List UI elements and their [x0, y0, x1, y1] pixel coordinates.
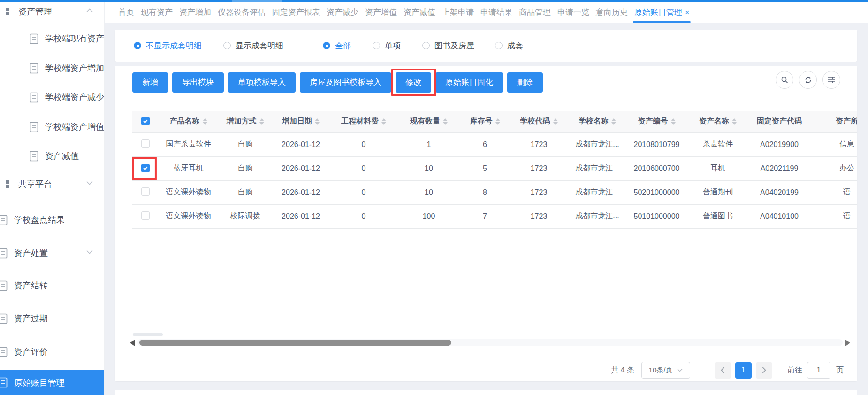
sort-carets-icon[interactable] [732, 118, 737, 125]
tab-original-ledger-management[interactable]: 原始账目管理 × [631, 2, 693, 23]
sort-carets-icon[interactable] [611, 118, 616, 125]
table-row[interactable]: 国产杀毒软件 自购 2026-01-12 0 1 6 1723 成都市龙江...… [132, 132, 857, 156]
cell-asset-name: 耳机 [686, 156, 749, 180]
tab-asset-appreciation[interactable]: 资产增值 [362, 2, 400, 23]
radio-show-set-details[interactable]: 显示成套明细 [223, 40, 283, 51]
sort-carets-icon[interactable] [671, 118, 676, 125]
column-header-current-quantity[interactable]: 现有数量 [398, 111, 460, 132]
column-header-asset-name[interactable]: 资产名称 [686, 111, 749, 132]
sort-carets-icon[interactable] [443, 118, 448, 125]
tab-intention-history[interactable]: 意向历史 [593, 2, 631, 23]
building-book-template-import-button[interactable]: 房屋及图书模板导入 [300, 72, 391, 93]
search-button[interactable] [776, 71, 793, 89]
row-checkbox[interactable] [141, 164, 150, 172]
scroll-right-arrow-icon[interactable] [845, 340, 850, 346]
export-module-button[interactable]: 导出模块 [172, 72, 224, 93]
cell-school-name: 成都市龙江... [568, 204, 627, 228]
column-header-engineering-material-fee[interactable]: 工程材料费 [329, 111, 398, 132]
header-label: 资产名称 [699, 117, 729, 125]
sidebar-group-sharing-platform[interactable]: 共享平台 [0, 177, 104, 191]
tab-home[interactable]: 首页 [115, 2, 137, 23]
tab-fixed-asset-report[interactable]: 固定资产报表 [269, 2, 323, 23]
radio-circle-icon [223, 42, 231, 49]
cell-add-date: 2026-01-12 [272, 180, 329, 204]
cell-stock-number: 7 [460, 204, 510, 228]
sort-carets-icon[interactable] [553, 118, 558, 125]
sidebar-item-asset-impairment[interactable]: 资产减值 [0, 149, 104, 163]
radio-single-item[interactable]: 单项 [373, 40, 401, 51]
tab-asset-impairment[interactable]: 资产减值 [400, 2, 439, 23]
column-header-school-name[interactable]: 学校名称 [568, 111, 627, 132]
sort-carets-icon[interactable] [495, 118, 500, 125]
sort-carets-icon[interactable] [381, 118, 386, 125]
next-page-button[interactable] [756, 362, 772, 379]
scroll-left-arrow-icon[interactable] [130, 340, 135, 346]
cell-asset-name: 普通图书 [686, 204, 749, 228]
tab-asset-decrease[interactable]: 资产减少 [323, 2, 362, 23]
horizontal-scrollbar-thumb[interactable] [139, 340, 451, 346]
sidebar-item-original-ledger-management[interactable]: 原始账目管理 [0, 370, 104, 395]
table-row[interactable]: 蓝牙耳机 自购 2026-01-12 0 10 5 1723 成都市龙江... … [132, 156, 857, 180]
tab-instrument-evaluation[interactable]: 仪器设备评估 [214, 2, 269, 23]
column-header-add-date[interactable]: 增加日期 [272, 111, 329, 132]
goto-page-input[interactable] [807, 362, 830, 379]
delete-button[interactable]: 删除 [507, 72, 543, 93]
sidebar-item-school-existing-assets[interactable]: 学校端现有资产 [0, 31, 104, 46]
tab-label: 资产增加 [179, 7, 211, 18]
select-all-checkbox[interactable] [141, 117, 150, 125]
sidebar-item-asset-disposal[interactable]: 资产处置 [0, 246, 104, 260]
column-header-stock-number[interactable]: 库存号 [460, 111, 510, 132]
table-row[interactable]: 语文课外读物 自购 2026-01-12 0 10 8 1723 成都市龙江..… [132, 180, 857, 204]
modify-button[interactable]: 修改 [396, 72, 431, 93]
tab-existing-assets[interactable]: 现有资产 [137, 2, 176, 23]
page-size-select[interactable]: 10条/页 [641, 362, 690, 379]
column-header-add-method[interactable]: 增加方式 [218, 111, 272, 132]
sidebar-item-school-asset-appreciation[interactable]: 学校端资产增值 [0, 120, 104, 134]
close-icon[interactable]: × [685, 8, 689, 17]
column-header-product-name[interactable]: 产品名称 [159, 111, 218, 132]
cell-school-name: 成都市龙江... [568, 132, 627, 156]
cell-school-name: 成都市龙江... [568, 180, 627, 204]
column-header-asset-number[interactable]: 资产编号 [627, 111, 686, 132]
sidebar-group-asset-management[interactable]: 资产管理 [0, 5, 104, 19]
single-template-import-button[interactable]: 单项模板导入 [228, 72, 296, 93]
row-checkbox[interactable] [141, 187, 150, 196]
tab-product-management[interactable]: 商品管理 [516, 2, 554, 23]
sidebar-item-label: 资产结转 [14, 280, 48, 291]
sidebar-item-school-inventory-results[interactable]: 学校盘点结果 [0, 213, 104, 227]
sort-carets-icon[interactable] [259, 118, 264, 125]
row-checkbox[interactable] [141, 211, 150, 220]
refresh-button[interactable] [799, 71, 817, 89]
tab-application-list[interactable]: 申请一览 [554, 2, 593, 23]
sort-carets-icon[interactable] [203, 118, 207, 125]
sidebar-item-asset-evaluation[interactable]: 资产评价 [0, 345, 104, 359]
tab-application-results[interactable]: 申请结果 [477, 2, 516, 23]
data-table: 产品名称 增加方式 增加日期 工程材料费 现有数量 库存号 学校代码 学校名称 … [132, 111, 857, 229]
radio-books-and-buildings[interactable]: 图书及房屋 [422, 40, 474, 51]
table-row[interactable]: 语文课外读物 校际调拨 2026-01-12 0 100 7 1723 成都市龙… [132, 204, 857, 228]
refresh-icon [804, 76, 812, 84]
chevron-down-icon [86, 250, 93, 254]
tab-listing-application[interactable]: 上架申请 [439, 2, 477, 23]
radio-hide-set-details[interactable]: 不显示成套明细 [134, 40, 202, 51]
cell-add-method: 自购 [218, 156, 272, 180]
sidebar-item-asset-carryforward[interactable]: 资产结转 [0, 279, 104, 293]
filter-button[interactable] [822, 71, 840, 89]
add-button[interactable]: 新增 [132, 72, 168, 93]
radio-label: 显示成套明细 [236, 40, 283, 51]
sidebar-item-school-asset-decrease[interactable]: 学校端资产减少 [0, 90, 104, 104]
radio-set[interactable]: 成套 [495, 40, 523, 51]
ledger-solidify-button[interactable]: 原始账目固化 [435, 72, 503, 93]
sidebar-item-asset-expired[interactable]: 资产过期 [0, 311, 104, 325]
column-header-school-code[interactable]: 学校代码 [510, 111, 568, 132]
column-header-fixed-asset-code[interactable]: 固定资产代码 [749, 111, 809, 132]
prev-page-button[interactable] [715, 362, 731, 379]
page-number-button[interactable]: 1 [735, 362, 752, 379]
sidebar-item-school-asset-increase[interactable]: 学校端资产增加 [0, 61, 104, 75]
row-checkbox[interactable] [141, 139, 150, 148]
column-header-asset-category[interactable]: 资产所 [809, 111, 857, 132]
tab-asset-increase[interactable]: 资产增加 [176, 2, 214, 23]
radio-all[interactable]: 全部 [323, 40, 351, 51]
active-tab-underline [633, 21, 691, 23]
sort-carets-icon[interactable] [315, 118, 320, 125]
